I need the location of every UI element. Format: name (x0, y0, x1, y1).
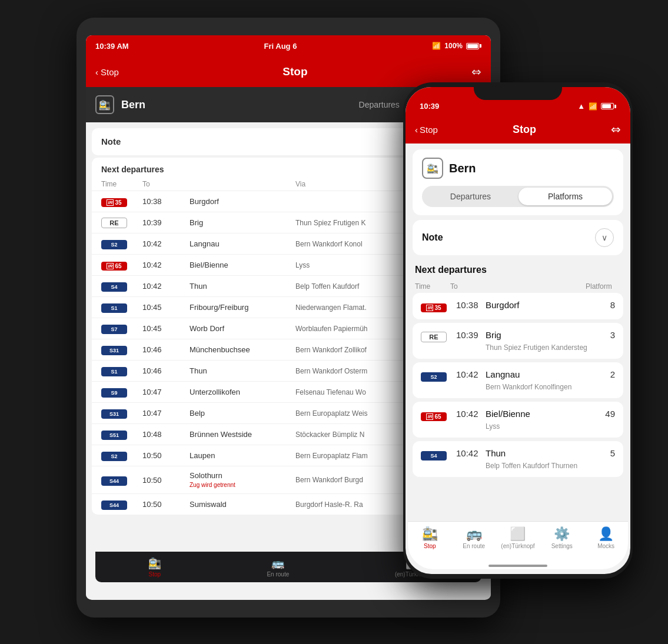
list-item[interactable]: S210:42Langnau2Bern Wankdorf Konolfingen (413, 362, 623, 398)
tablet-enroute-tab-label: En route (267, 571, 289, 578)
list-item[interactable]: S410:42Thun5Belp Toffen Kaufdorf Thurnen (413, 441, 623, 477)
phone-tab-mocks[interactable]: 👤 Mocks (587, 526, 625, 549)
tablet-back-label: Stop (101, 67, 119, 77)
phone-nav-title: Stop (513, 124, 536, 136)
phone-enroute-tab-icon: 🚌 (466, 526, 482, 542)
tablet-status-bar: 10:39 AM Fri Aug 6 📶 100% (86, 35, 491, 56)
phone-signal-icon: ▲ (577, 102, 585, 111)
list-item[interactable]: IR6510:42Biel/Bienne49Lyss (413, 402, 623, 438)
tablet-nav-title: Stop (283, 65, 307, 78)
phone-time: 10:39 (420, 102, 439, 111)
tablet-enroute-tab-icon: 🚌 (271, 557, 284, 570)
tablet-back-button[interactable]: ‹ Stop (95, 67, 119, 77)
tablet-battery-percent: 100% (444, 42, 463, 50)
phone-note-title: Note (422, 232, 443, 243)
phone-wifi-icon: 📶 (589, 102, 597, 111)
phone-stop-tab-label: Stop (424, 543, 436, 549)
tablet-stop-tab-label: Stop (149, 571, 161, 578)
phone-tab-enroute[interactable]: 🚌 En route (455, 526, 493, 549)
phone-back-chevron: ‹ (415, 125, 418, 135)
phone-device: 10:39 ▲ 📶 ‹ Stop Stop ⇔ (403, 82, 633, 579)
phone-turknopf-tab-label: (en)Türknopf (501, 543, 534, 549)
phone-departure-rows: IR3510:38Burgdorf8RE10:39Brig3Thun Spiez… (413, 293, 623, 477)
tablet-tab-enroute[interactable]: 🚌 En route (267, 557, 289, 578)
tablet-stop-tab-icon: 🚉 (148, 557, 161, 570)
phone-status-right: ▲ 📶 (577, 102, 616, 111)
phone-tab-stop[interactable]: 🚉 Stop (411, 526, 448, 549)
phone-settings-tab-icon: ⚙️ (554, 526, 570, 542)
phone-mocks-tab-label: Mocks (597, 543, 614, 549)
phone-battery-icon (601, 103, 616, 109)
phone-turknopf-tab-icon: ⬜ (510, 526, 526, 542)
phone-stop-name: Bern (449, 162, 476, 175)
tablet-battery-icon (466, 43, 481, 49)
phone-stop-icon: 🚉 (422, 158, 443, 179)
phone-swap-icon[interactable]: ⇔ (611, 122, 621, 136)
tablet-date: Fri Aug 6 (264, 42, 297, 51)
phone-dep-table-header: Time To Platform (413, 280, 623, 293)
tablet-tab-stop[interactable]: 🚉 Stop (148, 557, 161, 578)
phone-notch (474, 82, 562, 100)
phone-screen: 10:39 ▲ 📶 ‹ Stop Stop ⇔ (406, 87, 630, 574)
phone-stop-header: 🚉 Bern (422, 158, 614, 179)
phone-bottom-bar: 🚉 Stop 🚌 En route ⬜ (en)Türknopf ⚙️ Sett… (408, 521, 628, 569)
tablet-note-title: Note (101, 136, 121, 146)
phone-stop-card: 🚉 Bern Departures Platforms (413, 149, 623, 215)
list-item[interactable]: RE10:39Brig3Thun Spiez Frutigen Kanderst… (413, 323, 623, 359)
phone-enroute-tab-label: En route (463, 543, 485, 549)
phone-note-chevron[interactable]: ∨ (595, 228, 614, 247)
phone-nav-bar: ‹ Stop Stop ⇔ (406, 115, 630, 144)
phone-tab-settings[interactable]: ⚙️ Settings (543, 526, 581, 549)
tablet-stop-icon: 🚉 (95, 95, 114, 114)
phone-home-indicator (488, 565, 547, 567)
phone-back-button[interactable]: ‹ Stop (415, 125, 438, 135)
phone-tab-departures[interactable]: Departures (424, 188, 517, 205)
phone-dep-header: Next departures (413, 260, 623, 280)
tablet-wifi-icon: 📶 (432, 42, 441, 50)
phone-tab-turknopf[interactable]: ⬜ (en)Türknopf (499, 526, 537, 549)
phone-tab-platforms[interactable]: Platforms (519, 188, 612, 205)
tablet-back-chevron: ‹ (95, 67, 98, 77)
phone-back-label: Stop (420, 125, 438, 135)
phone-segment-control[interactable]: Departures Platforms (422, 186, 614, 207)
tablet-swap-icon[interactable]: ⇔ (471, 65, 481, 79)
phone-note-card: Note ∨ (413, 220, 623, 255)
phone-content: 🚉 Bern Departures Platforms Note ∨ Next … (406, 144, 630, 527)
phone-dep-section: Next departures Time To Platform IR3510:… (413, 260, 623, 477)
phone-settings-tab-label: Settings (551, 543, 573, 549)
tablet-status-right: 📶 100% (432, 42, 481, 50)
phone-mocks-tab-icon: 👤 (598, 526, 614, 542)
phone-stop-tab-icon: 🚉 (422, 526, 438, 542)
list-item[interactable]: IR3510:38Burgdorf8 (413, 293, 623, 319)
tablet-time: 10:39 AM (95, 42, 129, 51)
tablet-stop-name: Bern (121, 99, 338, 111)
